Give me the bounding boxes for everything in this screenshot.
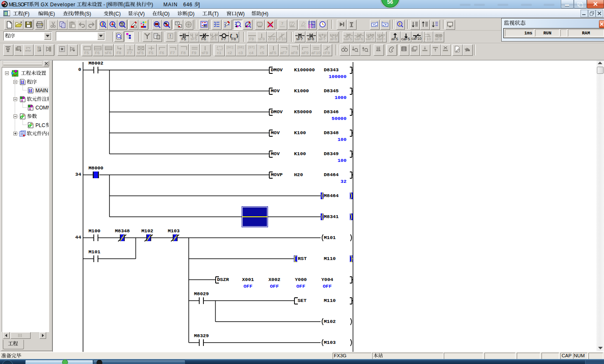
svg-text:M8002: M8002 (89, 60, 103, 66)
svg-text:!: ! (169, 34, 171, 39)
svg-text:D8464: D8464 (324, 172, 338, 178)
svg-text:D8343: D8343 (324, 67, 338, 73)
svg-text:100000: 100000 (329, 74, 346, 80)
svg-text:M8000: M8000 (89, 165, 103, 171)
svg-text:100: 100 (338, 158, 346, 164)
svg-text:M110: M110 (324, 298, 336, 304)
svg-text:D8346: D8346 (324, 109, 338, 115)
svg-text:K100: K100 (294, 151, 306, 157)
svg-text:K100000: K100000 (294, 67, 315, 73)
svg-text:0: 0 (78, 67, 81, 73)
svg-text:xxxx: xxxx (280, 25, 285, 28)
svg-text:M100: M100 (89, 228, 100, 234)
svg-text:32: 32 (341, 179, 346, 185)
svg-text:D8348: D8348 (324, 130, 338, 136)
svg-text:X002: X002 (268, 277, 280, 283)
svg-text:50000: 50000 (332, 116, 346, 122)
svg-text:X001: X001 (242, 277, 254, 283)
svg-text:34: 34 (75, 172, 81, 177)
svg-text:M110: M110 (324, 256, 336, 262)
svg-text:LD: LD (203, 24, 207, 27)
svg-text:DMOV: DMOV (271, 67, 283, 73)
svg-text:M102: M102 (324, 319, 336, 325)
svg-text:M8464: M8464 (324, 193, 338, 199)
svg-text:OFF: OFF (270, 283, 279, 289)
svg-text:DSZR: DSZR (217, 277, 229, 283)
svg-text:K1000: K1000 (294, 88, 309, 94)
svg-text:100: 100 (338, 137, 346, 143)
svg-text:H20: H20 (294, 172, 303, 178)
svg-text:44: 44 (75, 234, 81, 240)
svg-text:M102: M102 (141, 228, 153, 234)
svg-text:Y000: Y000 (295, 277, 307, 283)
svg-text:OFF: OFF (297, 283, 305, 289)
svg-text:M8329: M8329 (194, 333, 209, 339)
svg-text:MOVP: MOVP (271, 172, 283, 178)
svg-text:123: 123 (120, 24, 124, 26)
svg-text:M101: M101 (89, 249, 100, 255)
svg-text:K100: K100 (294, 130, 306, 136)
svg-text:Y004: Y004 (321, 277, 333, 283)
svg-text:K50000: K50000 (294, 109, 312, 115)
svg-text:SET: SET (298, 298, 307, 304)
svg-text:D8349: D8349 (324, 151, 338, 157)
svg-text:MOV: MOV (271, 88, 280, 94)
svg-text:M8348: M8348 (115, 228, 130, 234)
svg-text:MOV: MOV (271, 151, 280, 157)
svg-text:OFF: OFF (323, 283, 332, 289)
svg-text:M103: M103 (168, 228, 180, 234)
svg-text:1000: 1000 (335, 95, 346, 101)
svg-text:D8345: D8345 (324, 88, 338, 94)
svg-text:M8341: M8341 (324, 214, 338, 220)
svg-text:RST: RST (298, 256, 307, 262)
svg-text:M101: M101 (324, 235, 336, 241)
svg-text:MOV: MOV (271, 130, 280, 136)
svg-text:c+v: c+v (26, 46, 31, 49)
svg-text:OFF: OFF (244, 283, 253, 289)
svg-text:DMOV: DMOV (271, 109, 283, 115)
svg-text:56: 56 (387, 0, 393, 5)
svg-text:error: error (25, 49, 31, 52)
svg-text:M103: M103 (324, 340, 336, 346)
svg-text:-<>|: -<>| (300, 25, 306, 28)
svg-text:M8029: M8029 (194, 291, 209, 297)
